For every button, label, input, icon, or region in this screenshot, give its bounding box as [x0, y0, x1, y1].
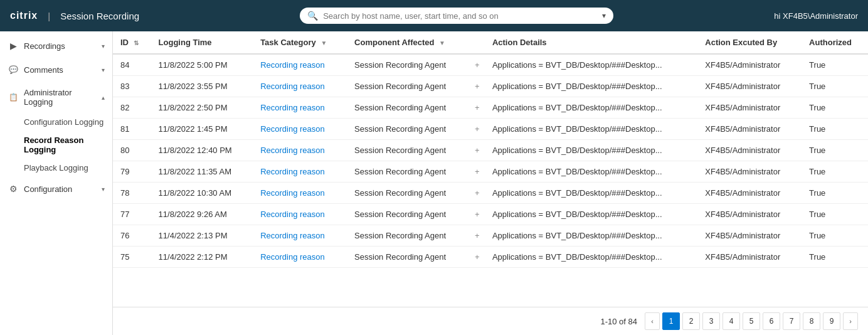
cell-logging-time: 11/8/2022 11:35 AM: [151, 161, 253, 183]
col-action-executed-by: Action Excuted By: [697, 31, 802, 54]
app-name: Session Recording: [60, 11, 139, 21]
cell-expand[interactable]: +: [470, 247, 485, 268]
next-page-button[interactable]: ›: [843, 312, 858, 330]
cell-task-category: Recording reason: [253, 97, 347, 119]
search-input[interactable]: [323, 11, 597, 21]
cell-id: 84: [113, 54, 151, 76]
cell-action-executed-by: XF4B5/Administrator: [697, 119, 802, 140]
cell-expand[interactable]: +: [470, 183, 485, 204]
cell-task-category: Recording reason: [253, 183, 347, 204]
cell-action-details: Applications = BVT_DB/Desktop/###Desktop…: [485, 140, 697, 161]
sidebar-item-admin-logging[interactable]: 📋 Administrator Logging ▴: [0, 82, 112, 113]
table-row: 84 11/8/2022 5:00 PM Recording reason Se…: [113, 54, 868, 76]
table-row: 79 11/8/2022 11:35 AM Recording reason S…: [113, 161, 868, 183]
sidebar-item-admin-logging-label: Administrator Logging: [24, 88, 97, 107]
cell-id: 82: [113, 97, 151, 119]
cell-action-executed-by: XF4B5/Administrator: [697, 247, 802, 268]
sidebar-item-config-logging[interactable]: Configuration Logging: [24, 113, 112, 131]
cell-id: 81: [113, 119, 151, 140]
page-4-button[interactable]: 4: [722, 312, 740, 330]
search-dropdown-icon[interactable]: ▾: [602, 11, 606, 20]
cell-authorized: True: [802, 76, 868, 97]
cell-component-affected: Session Recording Agent: [347, 119, 470, 140]
cell-expand[interactable]: +: [470, 54, 485, 76]
cell-expand[interactable]: +: [470, 119, 485, 140]
sidebar-item-recordings-label: Recordings: [24, 41, 97, 51]
sidebar-item-recordings[interactable]: ▶ Recordings ▾: [0, 34, 112, 58]
cell-action-details: Applications = BVT_DB/Desktop/###Desktop…: [485, 225, 697, 247]
cell-authorized: True: [802, 54, 868, 76]
cell-task-category: Recording reason: [253, 54, 347, 76]
col-task-category[interactable]: Task Category ▼: [253, 31, 347, 54]
search-bar[interactable]: 🔍 ▾: [300, 8, 613, 24]
cell-logging-time: 11/8/2022 9:26 AM: [151, 204, 253, 225]
cell-component-affected: Session Recording Agent: [347, 225, 470, 247]
logo-section: citrix | Session Recording: [10, 10, 139, 21]
col-action-executed-by-label: Action Excuted By: [705, 38, 777, 47]
page-7-button[interactable]: 7: [783, 312, 800, 330]
cell-action-details: Applications = BVT_DB/Desktop/###Desktop…: [485, 183, 697, 204]
prev-page-button[interactable]: ‹: [645, 312, 660, 330]
cell-action-details: Applications = BVT_DB/Desktop/###Desktop…: [485, 247, 697, 268]
cell-action-executed-by: XF4B5/Administrator: [697, 204, 802, 225]
col-component-affected-label: Component Affected: [354, 38, 434, 47]
cell-logging-time: 11/4/2022 2:13 PM: [151, 225, 253, 247]
page-6-button[interactable]: 6: [763, 312, 780, 330]
col-component-affected[interactable]: Component Affected ▼: [347, 31, 470, 54]
table-row: 78 11/8/2022 10:30 AM Recording reason S…: [113, 183, 868, 204]
cell-expand[interactable]: +: [470, 225, 485, 247]
cell-logging-time: 11/8/2022 3:55 PM: [151, 76, 253, 97]
table-row: 82 11/8/2022 2:50 PM Recording reason Se…: [113, 97, 868, 119]
cell-expand[interactable]: +: [470, 76, 485, 97]
col-authorized-label: Authorized: [809, 38, 852, 47]
main-content: ID ⇅ Logging Time Task Category ▼ Compon…: [113, 31, 868, 335]
citrix-logo: citrix: [10, 10, 38, 21]
cell-authorized: True: [802, 225, 868, 247]
cell-task-category: Recording reason: [253, 204, 347, 225]
cell-logging-time: 11/8/2022 2:50 PM: [151, 97, 253, 119]
cell-expand[interactable]: +: [470, 140, 485, 161]
table-header-row: ID ⇅ Logging Time Task Category ▼ Compon…: [113, 31, 868, 54]
sidebar-item-playback-logging[interactable]: Playback Logging: [24, 159, 112, 177]
cell-authorized: True: [802, 140, 868, 161]
cell-id: 76: [113, 225, 151, 247]
cell-expand[interactable]: +: [470, 161, 485, 183]
admin-logging-chevron: ▴: [102, 94, 105, 101]
page-2-button[interactable]: 2: [682, 312, 700, 330]
table-row: 77 11/8/2022 9:26 AM Recording reason Se…: [113, 204, 868, 225]
sidebar-item-configuration[interactable]: ⚙ Configuration ▾: [0, 177, 112, 201]
col-id[interactable]: ID ⇅: [113, 31, 151, 54]
recordings-chevron: ▾: [102, 43, 105, 50]
col-action-details-label: Action Details: [492, 38, 547, 47]
table-body: 84 11/8/2022 5:00 PM Recording reason Se…: [113, 54, 868, 268]
cell-logging-time: 11/4/2022 2:12 PM: [151, 247, 253, 268]
task-category-filter-icon[interactable]: ▼: [320, 40, 327, 46]
cell-expand[interactable]: +: [470, 204, 485, 225]
cell-component-affected: Session Recording Agent: [347, 247, 470, 268]
page-3-button[interactable]: 3: [702, 312, 720, 330]
cell-id: 79: [113, 161, 151, 183]
page-9-button[interactable]: 9: [823, 312, 840, 330]
page-5-button[interactable]: 5: [743, 312, 760, 330]
cell-action-details: Applications = BVT_DB/Desktop/###Desktop…: [485, 161, 697, 183]
cell-action-executed-by: XF4B5/Administrator: [697, 97, 802, 119]
cell-authorized: True: [802, 204, 868, 225]
cell-id: 83: [113, 76, 151, 97]
cell-logging-time: 11/8/2022 12:40 PM: [151, 140, 253, 161]
page-1-button[interactable]: 1: [662, 312, 680, 330]
comments-icon: 💬: [8, 64, 19, 75]
page-8-button[interactable]: 8: [803, 312, 820, 330]
sidebar-item-comments[interactable]: 💬 Comments ▾: [0, 58, 112, 82]
id-sort-icon[interactable]: ⇅: [134, 40, 139, 46]
cell-expand[interactable]: +: [470, 97, 485, 119]
sidebar-item-record-reason[interactable]: Record Reason Logging: [24, 131, 112, 159]
col-task-category-label: Task Category: [260, 38, 316, 47]
cell-action-details: Applications = BVT_DB/Desktop/###Desktop…: [485, 97, 697, 119]
component-filter-icon[interactable]: ▼: [439, 40, 445, 46]
cell-component-affected: Session Recording Agent: [347, 204, 470, 225]
admin-logging-submenu: Configuration Logging Record Reason Logg…: [0, 113, 112, 177]
cell-task-category: Recording reason: [253, 161, 347, 183]
search-icon: 🔍: [307, 11, 318, 21]
cell-task-category: Recording reason: [253, 225, 347, 247]
table-row: 75 11/4/2022 2:12 PM Recording reason Se…: [113, 247, 868, 268]
